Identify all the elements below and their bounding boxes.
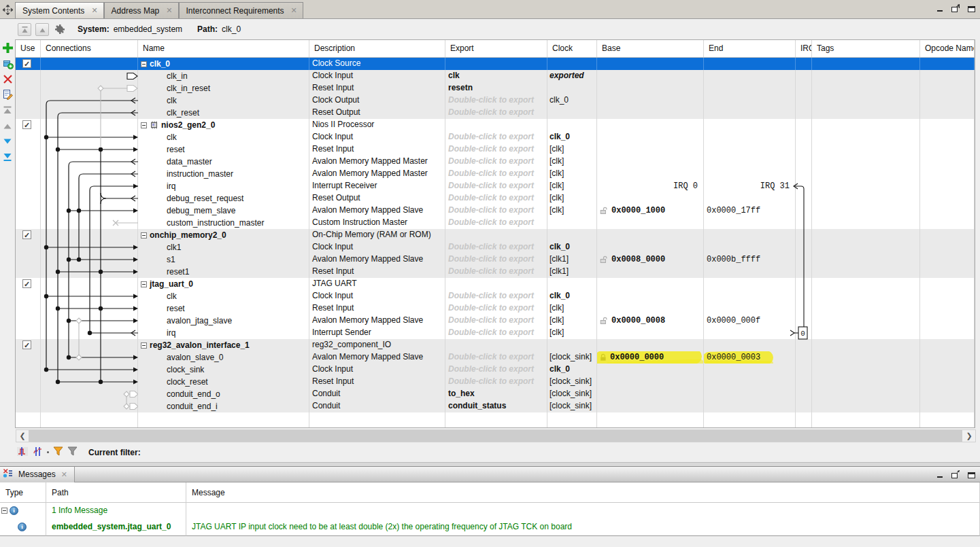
collapse-icon[interactable] (141, 122, 147, 128)
tab-close-icon[interactable]: ✕ (291, 7, 297, 14)
table-row[interactable]: irqInterrupt ReceiverDouble-click to exp… (16, 180, 975, 192)
clock-cell[interactable] (547, 229, 597, 241)
move-down-button[interactable] (1, 135, 14, 147)
clock-cell[interactable] (547, 278, 597, 290)
use-checkbox[interactable]: ✓ (22, 59, 31, 68)
table-row[interactable]: clk_resetReset OutputDouble-click to exp… (16, 107, 975, 119)
col-header-clock[interactable]: Clock (547, 40, 597, 57)
export-cell[interactable]: Double-click to export (445, 327, 547, 339)
maximize-icon[interactable] (967, 5, 976, 13)
base-cell[interactable] (597, 241, 704, 253)
unlock-icon[interactable] (600, 207, 608, 215)
clock-cell[interactable]: [clk] (547, 180, 597, 192)
use-checkbox[interactable]: ✓ (22, 279, 31, 288)
table-row[interactable]: irqInterrupt SenderDouble-click to expor… (16, 327, 975, 339)
clock-cell[interactable]: [clk] (547, 315, 597, 327)
clock-cell[interactable]: [clock_sink] (547, 400, 597, 412)
unlock-icon[interactable] (600, 317, 608, 325)
clock-cell[interactable] (547, 119, 597, 131)
base-cell[interactable]: 0x0008_0000 (597, 253, 704, 266)
col-header-name[interactable]: Name (138, 40, 309, 57)
scroll-left-icon[interactable]: ❮ (16, 430, 29, 442)
add-component-button[interactable] (1, 41, 14, 54)
export-cell[interactable]: Double-click to export (445, 156, 547, 168)
export-cell[interactable]: Double-click to export (445, 205, 547, 217)
tab-interconnect-requirements[interactable]: Interconnect Requirements ✕ (179, 2, 303, 18)
float-window-icon[interactable] (951, 4, 960, 13)
export-cell[interactable]: Double-click to export (445, 266, 547, 278)
add-connection-button[interactable] (1, 57, 14, 69)
export-cell[interactable]: Double-click to export (445, 192, 547, 205)
export-cell[interactable]: Double-click to export (445, 94, 547, 107)
clock-cell[interactable] (547, 58, 597, 70)
base-cell[interactable] (597, 58, 704, 70)
collapse-icon[interactable] (141, 342, 147, 349)
collapse-icon[interactable] (141, 281, 147, 287)
base-cell[interactable] (597, 388, 704, 400)
move-up-button[interactable] (1, 120, 14, 132)
table-row[interactable]: instruction_masterAvalon Memory Mapped M… (16, 168, 975, 180)
clock-cell[interactable] (547, 107, 597, 119)
filter-funnel-icon[interactable] (53, 446, 63, 458)
base-cell[interactable] (597, 143, 704, 156)
col-header-base[interactable]: Base (597, 40, 704, 57)
maximize-icon[interactable] (967, 471, 976, 479)
export-cell[interactable]: Double-click to export (445, 241, 547, 253)
table-row[interactable]: clkClock OutputDouble-click to exportclk… (16, 94, 975, 107)
export-cell[interactable]: Double-click to export (445, 290, 547, 302)
clock-cell[interactable]: clk_0 (547, 131, 597, 143)
col-header-export[interactable]: Export (445, 40, 547, 57)
use-checkbox[interactable]: ✓ (22, 340, 31, 349)
export-cell[interactable]: Double-click to export (445, 131, 547, 143)
minimize-icon[interactable] (936, 471, 944, 479)
export-cell[interactable]: Double-click to export (445, 351, 547, 364)
col-header-type[interactable]: Type (0, 482, 46, 503)
use-checkbox[interactable]: ✓ (22, 120, 31, 129)
export-cell[interactable]: Double-click to export (445, 302, 547, 315)
clock-cell[interactable]: [clk] (547, 302, 597, 315)
table-row[interactable]: clk_in_resetReset Inputresetn (16, 82, 975, 94)
base-cell[interactable]: 0x0000_0008 (597, 315, 704, 327)
scroll-right-icon[interactable]: ❯ (963, 430, 975, 442)
tab-close-icon[interactable]: ✕ (166, 7, 172, 14)
export-cell[interactable]: Double-click to export (445, 376, 547, 388)
base-cell[interactable] (597, 82, 704, 94)
table-row[interactable]: conduit_end_iConduitconduit_status[clock… (16, 400, 975, 412)
clear-filter-icon[interactable] (67, 446, 78, 458)
clock-cell[interactable]: exported (547, 70, 597, 82)
table-row[interactable]: clkClock InputDouble-click to exportclk_… (16, 131, 975, 143)
col-header-opcode-name[interactable]: Opcode Name (920, 40, 975, 57)
base-cell[interactable] (597, 327, 704, 339)
table-row[interactable]: avalon_slave_0Avalon Memory Mapped Slave… (16, 351, 975, 364)
clock-cell[interactable] (547, 82, 597, 94)
col-header-end[interactable]: End (704, 40, 796, 57)
export-cell[interactable]: Double-click to export (445, 315, 547, 327)
table-row[interactable]: resetReset InputDouble-click to export[c… (16, 302, 975, 315)
col-header-message[interactable]: Message (186, 482, 980, 503)
scrollbar-thumb[interactable] (29, 430, 962, 442)
base-cell[interactable]: IRQ 0 (597, 180, 704, 192)
clock-cell[interactable]: clk_0 (547, 241, 597, 253)
message-row[interactable]: i embedded_system.jtag_uart_0 JTAG UART … (0, 518, 980, 536)
base-cell[interactable]: 0x0000_1000 (597, 205, 704, 217)
unlock-icon[interactable] (600, 255, 608, 264)
export-cell[interactable]: Double-click to export (445, 217, 547, 229)
float-window-icon[interactable] (951, 470, 960, 479)
base-cell[interactable] (597, 266, 704, 278)
table-row[interactable]: clock_resetReset InputDouble-click to ex… (16, 376, 975, 388)
clock-cell[interactable]: [clk] (547, 205, 597, 217)
tab-address-map[interactable]: Address Map ✕ (104, 2, 179, 18)
clock-cell[interactable]: clk_0 (547, 94, 597, 107)
message-group-row[interactable]: i 1 Info Message (0, 503, 980, 518)
tab-close-icon[interactable]: ✕ (91, 7, 97, 14)
table-row[interactable]: ✓jtag_uart_0JTAG UART (16, 278, 975, 290)
clock-cell[interactable] (547, 217, 597, 229)
table-row[interactable]: debug_mem_slaveAvalon Memory Mapped Slav… (16, 205, 975, 217)
tab-messages[interactable]: Messages ✕ (0, 467, 75, 482)
base-cell[interactable] (597, 94, 704, 107)
base-cell[interactable] (597, 131, 704, 143)
pane-move-icon[interactable] (1, 3, 14, 16)
col-header-connections[interactable]: Connections (41, 40, 138, 57)
move-top-button[interactable] (18, 23, 31, 36)
remove-button[interactable] (1, 73, 14, 85)
